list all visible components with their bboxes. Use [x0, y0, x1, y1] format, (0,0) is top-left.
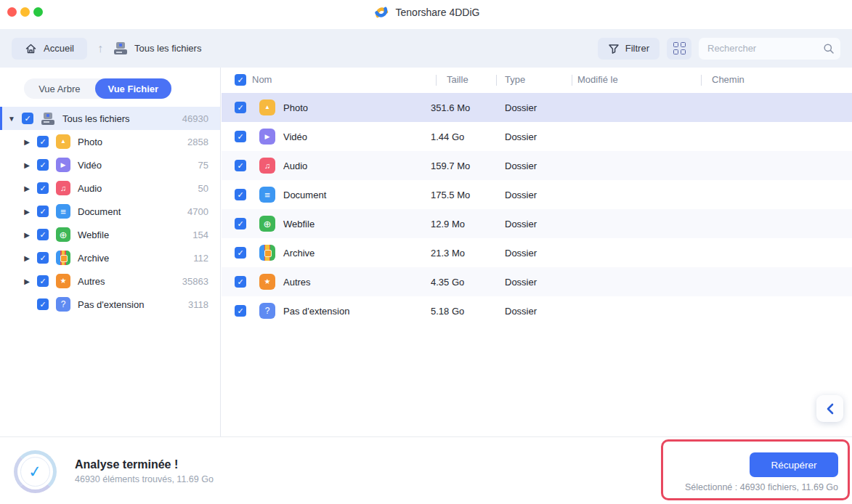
- row-checkbox[interactable]: [235, 276, 246, 288]
- cell-type: Dossier: [505, 248, 537, 259]
- cell-size: 1.44 Go: [431, 131, 464, 142]
- caret-right-icon[interactable]: ▶: [23, 254, 31, 262]
- cell-name: Document: [283, 190, 326, 200]
- caret-right-icon[interactable]: ▶: [23, 231, 31, 239]
- filter-button-label: Filtrer: [625, 43, 649, 54]
- search-icon[interactable]: [823, 43, 835, 54]
- grid-view-button[interactable]: [667, 38, 691, 60]
- cell-size: 175.5 Mo: [431, 190, 470, 200]
- photo-file-icon: ▲: [259, 99, 275, 115]
- tree-item-label: Vidéo: [78, 160, 102, 171]
- photo-file-icon: ▲: [56, 134, 70, 149]
- filter-button[interactable]: Filtrer: [598, 38, 660, 60]
- all-files-checkbox[interactable]: [22, 113, 33, 124]
- file-type-tree: ▼ Tous les fichiers 46930 ▶▲Photo2858▶▶V…: [0, 107, 220, 316]
- tree-item-label: Tous les fichiers: [62, 113, 129, 124]
- row-checkbox[interactable]: [235, 218, 246, 229]
- select-all-checkbox[interactable]: [235, 74, 246, 86]
- tree-item-no-extension[interactable]: ?Pas d'extension3118: [0, 293, 220, 316]
- webfile-checkbox[interactable]: [37, 229, 49, 240]
- column-header-path[interactable]: Chemin: [712, 74, 745, 85]
- table-row-video[interactable]: ▶Vidéo1.44 GoDossier: [222, 122, 852, 151]
- home-button[interactable]: Accueil: [12, 38, 87, 60]
- tree-item-document[interactable]: ▶≡Document4700: [0, 200, 220, 223]
- table-row-webfile[interactable]: ⊕Webfile12.9 MoDossier: [222, 209, 852, 238]
- row-checkbox[interactable]: [235, 247, 246, 259]
- others-checkbox[interactable]: [37, 275, 49, 287]
- audio-file-icon: ♫: [259, 158, 275, 174]
- cell-type: Dossier: [505, 160, 537, 171]
- document-file-icon: ≡: [259, 187, 275, 203]
- table-header: Nom Taille Type Modifié le Chemin: [222, 68, 852, 93]
- webfile-file-icon: ⊕: [56, 227, 70, 242]
- app-title: Tenorshare 4DDiG: [396, 7, 480, 18]
- scan-status-title: Analyse terminée !: [75, 458, 178, 471]
- caret-down-icon[interactable]: ▼: [7, 115, 16, 123]
- audio-file-icon: ♫: [56, 181, 70, 195]
- caret-right-icon[interactable]: ▶: [23, 208, 31, 216]
- cell-type: Dossier: [505, 219, 537, 229]
- caret-right-icon[interactable]: ▶: [23, 138, 31, 146]
- scan-status-subtitle: 46930 éléments trouvés, 11.69 Go: [75, 474, 214, 484]
- row-checkbox[interactable]: [235, 131, 246, 142]
- cell-name: Archive: [283, 248, 315, 259]
- tree-item-count: 35863: [182, 276, 208, 287]
- tree-item-label: Archive: [78, 253, 109, 264]
- scan-complete-icon: ✓: [14, 450, 57, 493]
- document-checkbox[interactable]: [37, 206, 49, 217]
- tree-item-count: 3118: [188, 299, 208, 310]
- navigate-up-icon[interactable]: ↑: [97, 42, 103, 55]
- tree-item-video[interactable]: ▶▶Vidéo75: [0, 153, 220, 176]
- photo-checkbox[interactable]: [37, 136, 49, 147]
- no-extension-file-icon: ?: [259, 303, 275, 319]
- column-header-name[interactable]: Nom: [252, 74, 272, 85]
- tab-tree-view[interactable]: Vue Arbre: [24, 78, 95, 99]
- video-checkbox[interactable]: [37, 159, 49, 171]
- row-checkbox[interactable]: [235, 189, 246, 200]
- archive-checkbox[interactable]: [37, 252, 49, 264]
- cell-name: Webfile: [283, 219, 315, 229]
- no-extension-checkbox[interactable]: [37, 298, 49, 310]
- sidebar: Vue Arbre Vue Fichier ▼ Tous les fichier…: [0, 68, 221, 436]
- caret-right-icon[interactable]: ▶: [23, 184, 31, 192]
- tree-item-count: 154: [192, 229, 208, 240]
- others-file-icon: ★: [56, 274, 70, 288]
- cell-type: Dossier: [505, 102, 537, 113]
- row-checkbox[interactable]: [235, 305, 246, 317]
- row-checkbox[interactable]: [235, 102, 246, 113]
- row-checkbox[interactable]: [235, 160, 246, 171]
- caret-right-icon[interactable]: ▶: [23, 161, 31, 169]
- grid-view-icon: [673, 42, 686, 54]
- tree-item-others[interactable]: ▶★Autres35863: [0, 269, 220, 293]
- cell-type: Dossier: [505, 131, 537, 142]
- table-row-audio[interactable]: ♫Audio159.7 MoDossier: [222, 151, 852, 180]
- tree-item-label: Audio: [78, 183, 102, 194]
- tree-item-count: 50: [198, 183, 208, 194]
- tab-file-view[interactable]: Vue Fichier: [95, 78, 171, 99]
- table-row-others[interactable]: ★Autres4.35 GoDossier: [222, 267, 852, 296]
- table-row-photo[interactable]: ▲Photo351.6 MoDossier: [222, 93, 852, 122]
- tree-item-webfile[interactable]: ▶⊕Webfile154: [0, 223, 220, 246]
- tree-item-count: 46930: [182, 113, 208, 124]
- tree-item-all-files[interactable]: ▼ Tous les fichiers 46930: [0, 107, 220, 130]
- search-box: [699, 38, 840, 60]
- column-header-type[interactable]: Type: [505, 74, 525, 85]
- no-extension-file-icon: ?: [56, 297, 70, 312]
- search-input[interactable]: [699, 38, 840, 60]
- table-row-archive[interactable]: Archive21.3 MoDossier: [222, 238, 852, 267]
- column-header-size[interactable]: Taille: [447, 74, 468, 85]
- tree-item-archive[interactable]: ▶Archive112: [0, 246, 220, 269]
- tree-item-audio[interactable]: ▶♫Audio50: [0, 176, 220, 200]
- collapse-panel-button[interactable]: [816, 395, 843, 422]
- audio-checkbox[interactable]: [37, 182, 49, 194]
- column-header-modified[interactable]: Modifié le: [577, 74, 618, 85]
- table-row-no-extension[interactable]: ?Pas d'extension5.18 GoDossier: [222, 296, 852, 325]
- recover-button[interactable]: Récupérer: [750, 452, 838, 477]
- drive-icon: [41, 113, 55, 125]
- cell-name: Autres: [283, 277, 311, 288]
- table-row-document[interactable]: ≡Document175.5 MoDossier: [222, 180, 852, 209]
- cell-size: 4.35 Go: [431, 277, 464, 288]
- caret-right-icon[interactable]: ▶: [23, 277, 31, 285]
- app-logo-icon: [373, 4, 390, 21]
- tree-item-photo[interactable]: ▶▲Photo2858: [0, 130, 220, 153]
